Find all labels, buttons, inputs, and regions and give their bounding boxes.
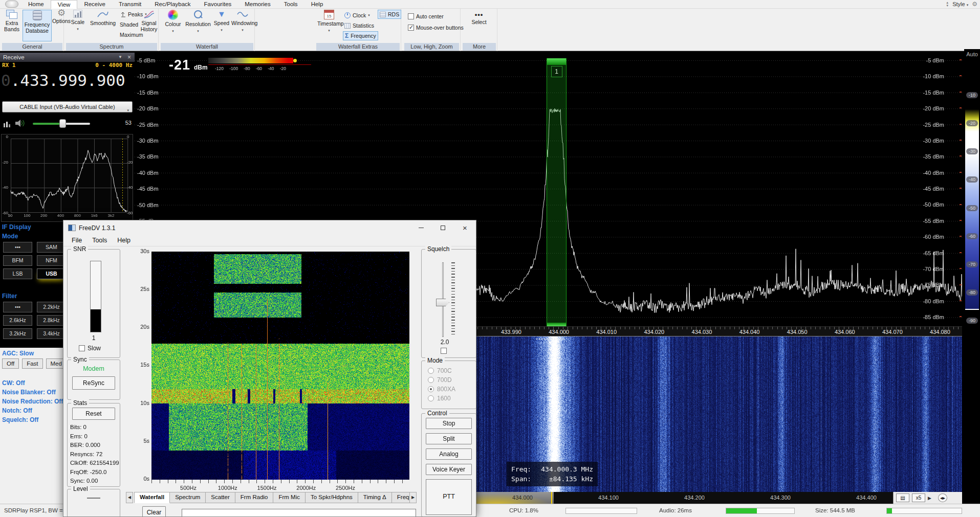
freedv-tab[interactable]: Frm Mic <box>273 492 306 503</box>
filter-button[interactable]: ••• <box>3 302 32 312</box>
palette-marker-dot[interactable] <box>293 59 297 62</box>
filter-button[interactable]: 2.8kHz <box>37 315 66 326</box>
span-reset-button[interactable]: ◂▸ <box>938 493 947 502</box>
resolution-button[interactable]: Resolution▾ <box>184 10 212 34</box>
audio-spectrum-graph[interactable] <box>1 134 133 222</box>
keyboard-entry-button[interactable]: ▤ <box>896 493 909 502</box>
freedv-tab[interactable]: Frm Radio <box>235 492 274 503</box>
timestamp-button[interactable]: Timestamp▾ <box>317 10 341 34</box>
settings-gear-icon[interactable]: ⚙ <box>972 1 977 8</box>
minimize-button[interactable] <box>410 220 432 235</box>
freedv-tab[interactable]: To Spkr/Hdphns <box>306 492 358 503</box>
clock-button[interactable]: Clock▾ <box>343 11 372 20</box>
ptt-button[interactable]: PTT <box>426 479 472 515</box>
tab-help[interactable]: Help <box>304 0 330 9</box>
tab-transmit[interactable]: Transmit <box>112 0 148 9</box>
audio-device-dropdown[interactable]: CABLE Input (VB-Audio Virtual Cable)▾ <box>2 101 133 113</box>
mode-radio-700c[interactable]: 700C <box>428 366 476 375</box>
control-button[interactable]: Analog <box>426 448 472 460</box>
filter-button[interactable]: 3.2kHz <box>3 328 32 339</box>
style-menu[interactable]: Style ▾ <box>952 1 968 7</box>
maximize-button[interactable] <box>432 220 454 235</box>
auto-contrast-label[interactable]: Auto <box>964 51 980 57</box>
shaded-button[interactable]: Shaded <box>118 20 140 29</box>
scale-button[interactable]: Scale▾ <box>68 10 88 32</box>
menu-item[interactable]: Help <box>112 235 136 246</box>
select-button[interactable]: •••Select <box>465 12 493 25</box>
control-button[interactable]: Split <box>426 433 472 444</box>
receive-panel-header[interactable]: Receive ▼ × <box>0 53 135 62</box>
tab-scroll-left[interactable]: ◀ <box>126 492 133 503</box>
auto-center-checkbox[interactable]: Auto center <box>406 12 445 21</box>
signal-history-button[interactable]: Signal History <box>140 10 158 32</box>
mode-radio-700d[interactable]: 700D <box>428 375 476 385</box>
filter-passband[interactable]: 1 <box>547 58 567 326</box>
squelch-slider-handle[interactable] <box>436 299 449 306</box>
mode-button[interactable]: NFM <box>37 255 66 266</box>
mode-button[interactable]: ••• <box>3 242 32 253</box>
agc-button[interactable]: Fast <box>22 358 42 369</box>
mode-button[interactable]: LSB <box>3 268 32 279</box>
waterfall-contrast-scale[interactable]: Auto -10-20-30-40-50-60-70-80-90 <box>964 49 980 504</box>
mode-button[interactable]: USB <box>37 268 66 279</box>
snr-slow-checkbox[interactable]: Slow <box>79 345 101 352</box>
panel-collapse-icon[interactable]: ▼ <box>118 53 122 62</box>
freedv-waterfall[interactable] <box>151 252 409 480</box>
extra-bands-button[interactable]: Extra Bands <box>2 10 21 32</box>
tab-tools[interactable]: Tools <box>277 0 304 9</box>
waterfall-palette-bar[interactable] <box>208 58 293 63</box>
vfo-badge[interactable]: 1 <box>551 66 562 77</box>
filter-button[interactable]: 2.2kHz <box>37 302 66 312</box>
radio-icon <box>428 377 434 383</box>
mode-button[interactable]: SAM <box>37 242 66 253</box>
control-button[interactable]: Stop <box>426 418 472 429</box>
freedv-tab[interactable]: Timing Δ <box>358 492 392 503</box>
control-button[interactable]: Voice Keyer <box>426 464 472 475</box>
passband-top-cap[interactable] <box>547 58 566 65</box>
frequency-database-button[interactable]: Frequency Database <box>23 10 52 41</box>
filter-button[interactable]: 3.4kHz <box>37 328 66 339</box>
frequency-button[interactable]: ΣFrequency <box>343 31 378 40</box>
colour-button[interactable]: Colour▾ <box>163 10 183 34</box>
zoom-step-arrow[interactable]: ▶ <box>928 496 931 501</box>
level-group: Level <box>67 489 120 517</box>
freedv-window[interactable]: FreeDV 1.3.1 × FileToolsHelp SNR 1 Slow … <box>63 220 476 517</box>
resync-button[interactable]: ReSync <box>72 376 115 390</box>
mouse-over-buttons-checkbox[interactable]: Mouse-over buttons <box>406 23 465 32</box>
smoothing-button[interactable]: Smoothing <box>89 10 117 26</box>
tab-memories[interactable]: Memories <box>238 0 277 9</box>
tab-receive[interactable]: Receive <box>77 0 112 9</box>
close-button[interactable]: × <box>454 220 476 235</box>
freedv-tab[interactable]: Frequen <box>392 492 409 503</box>
reset-button[interactable]: Reset <box>72 408 115 420</box>
tab-rec-playback[interactable]: Rec/Playback <box>148 0 197 9</box>
mode-radio-800xa[interactable]: 800XA <box>428 385 476 394</box>
freedv-tab[interactable]: Scatter <box>206 492 235 503</box>
tab-scroll-right[interactable]: ▶ <box>409 492 417 503</box>
tab-home[interactable]: Home <box>21 0 51 9</box>
frequency-display[interactable]: 0.433.999.900 <box>1 69 134 92</box>
freedv-tab[interactable]: Spectrum <box>170 492 206 503</box>
squelch-checkbox[interactable] <box>441 348 447 354</box>
freedv-tab[interactable]: Waterfall <box>134 492 170 503</box>
freedv-titlebar[interactable]: FreeDV 1.3.1 × <box>63 220 476 235</box>
filter-button[interactable]: 2.6kHz <box>3 315 32 326</box>
tab-favourites[interactable]: Favourites <box>198 0 238 9</box>
mode-button[interactable]: BFM <box>3 255 32 266</box>
menu-item[interactable]: File <box>67 235 87 246</box>
panel-close-icon[interactable]: × <box>127 53 131 62</box>
collapse-ribbon-icon[interactable]: ▲▼ <box>946 1 949 7</box>
speed-button[interactable]: ▼Speed▾ <box>212 10 231 33</box>
rds-button[interactable]: RDS <box>378 10 401 19</box>
windowing-button[interactable]: Windowing▾ <box>231 10 254 33</box>
volume-slider-handle[interactable] <box>59 119 66 128</box>
app-menu-button[interactable] <box>5 1 18 8</box>
statistics-button[interactable]: Statistics <box>343 21 376 30</box>
text-output-field[interactable] <box>182 509 416 517</box>
agc-button[interactable]: Off <box>2 358 19 369</box>
mode-radio-1600[interactable]: 1600 <box>428 394 476 403</box>
zoom-factor-button[interactable]: x5 <box>912 493 925 502</box>
clear-button[interactable]: Clear <box>142 506 166 517</box>
speaker-icon[interactable] <box>14 119 26 128</box>
menu-item[interactable]: Tools <box>87 235 112 246</box>
